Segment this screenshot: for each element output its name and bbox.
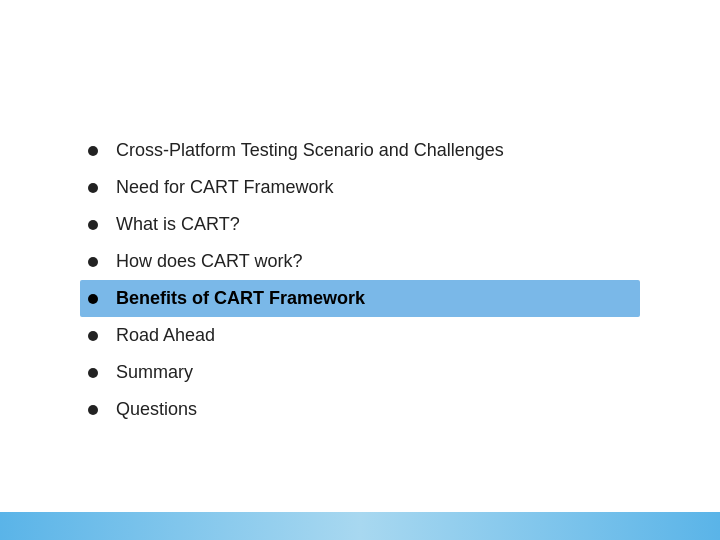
bullet-7 bbox=[88, 368, 98, 378]
bullet-4 bbox=[88, 257, 98, 267]
menu-item-8[interactable]: Questions bbox=[80, 391, 640, 428]
menu-item-label-8: Questions bbox=[116, 399, 197, 420]
menu-item-label-2: Need for CART Framework bbox=[116, 177, 333, 198]
bullet-2 bbox=[88, 183, 98, 193]
bottom-bar bbox=[0, 512, 720, 540]
bullet-3 bbox=[88, 220, 98, 230]
menu-item-label-6: Road Ahead bbox=[116, 325, 215, 346]
menu-item-label-7: Summary bbox=[116, 362, 193, 383]
menu-item-7[interactable]: Summary bbox=[80, 354, 640, 391]
menu-list: Cross-Platform Testing Scenario and Chal… bbox=[80, 132, 640, 428]
menu-item-label-4: How does CART work? bbox=[116, 251, 302, 272]
content-area: Cross-Platform Testing Scenario and Chal… bbox=[0, 0, 720, 540]
bullet-1 bbox=[88, 146, 98, 156]
bullet-5 bbox=[88, 294, 98, 304]
menu-item-3[interactable]: What is CART? bbox=[80, 206, 640, 243]
menu-item-label-5: Benefits of CART Framework bbox=[116, 288, 365, 309]
bullet-8 bbox=[88, 405, 98, 415]
menu-item-label-1: Cross-Platform Testing Scenario and Chal… bbox=[116, 140, 504, 161]
menu-item-label-3: What is CART? bbox=[116, 214, 240, 235]
bullet-6 bbox=[88, 331, 98, 341]
menu-item-5[interactable]: Benefits of CART Framework bbox=[80, 280, 640, 317]
menu-item-2[interactable]: Need for CART Framework bbox=[80, 169, 640, 206]
menu-item-1[interactable]: Cross-Platform Testing Scenario and Chal… bbox=[80, 132, 640, 169]
slide-container: Cross-Platform Testing Scenario and Chal… bbox=[0, 0, 720, 540]
menu-item-4[interactable]: How does CART work? bbox=[80, 243, 640, 280]
menu-item-6[interactable]: Road Ahead bbox=[80, 317, 640, 354]
